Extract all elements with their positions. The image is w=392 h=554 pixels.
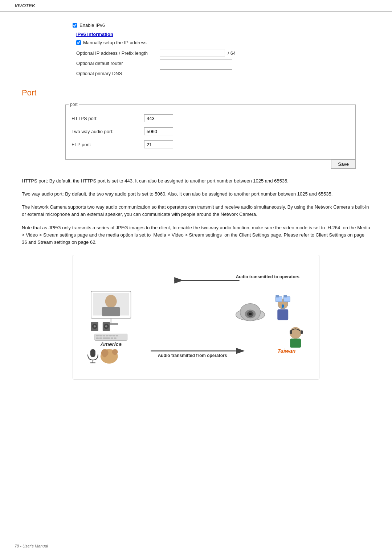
svg-rect-20 [116,335,118,336]
desc-network-text: The Network Camera supports two way audi… [22,204,369,217]
manual-setup-checkbox[interactable] [76,40,81,45]
svg-rect-41 [283,297,290,302]
svg-rect-15 [99,335,102,336]
diagram-wrapper: America Audio transmitted to operators [73,255,319,379]
dns-label: Optional primary DNS [76,71,160,76]
svg-rect-17 [106,335,109,336]
svg-rect-44 [290,338,301,348]
field-row-prefix: Optional IP address / Prefix length / 64 [76,49,370,57]
svg-rect-13 [95,334,127,340]
svg-rect-42 [283,295,287,297]
desc-https: HTTPS port: By default, the HTTPS port i… [22,177,370,185]
svg-rect-50 [90,349,95,357]
svg-rect-18 [109,335,112,336]
port-legend: port [69,102,79,107]
router-input[interactable] [160,59,232,67]
brand-logo: VIVOTEK [15,3,35,8]
desc-twoway-text: : By default, the two way audio port is … [62,191,332,197]
footer-text: 78 - User's Manual [15,544,48,548]
ftp-port-label: FTP port: [72,142,144,147]
desc-jpeg-text: Note that as JPEG only transmits a serie… [22,225,370,245]
svg-rect-23 [103,337,110,339]
port-fields: HTTPS port: Two way audio port: FTP port… [66,108,355,148]
prefix-input[interactable] [160,49,225,57]
field-row-dns: Optional primary DNS [76,69,370,77]
svg-text:Audio transmitted to operators: Audio transmitted to operators [236,274,300,279]
svg-text:Taiwan: Taiwan [277,348,295,354]
svg-rect-46 [301,330,303,334]
port-row-ftp: FTP port: [72,140,350,148]
svg-rect-39 [275,297,282,302]
dns-input[interactable] [160,69,232,77]
svg-rect-14 [96,335,99,336]
manual-setup-label: Manually setup the IP address [83,40,147,45]
audio-port-input[interactable] [144,127,173,135]
svg-rect-22 [99,337,102,339]
enable-ipv6-row: Enable IPv6 [73,22,370,28]
svg-text:👤: 👤 [281,304,285,309]
svg-rect-21 [96,337,99,339]
desc-network: The Network Camera supports two way audi… [22,204,370,218]
desc-https-text: : By default, the HTTPS port is set to 4… [47,178,289,184]
svg-rect-37 [277,309,288,320]
main-content: Enable IPv6 IPv6 information Manually se… [0,12,392,403]
page-header: VIVOTEK [0,0,392,12]
audio-port-label: Two way audio port: [72,129,144,134]
port-fieldset: port HTTPS port: Two way audio port: FTP… [65,102,356,160]
desc-twoway: Two way audio port: By default, the two … [22,190,370,198]
audio-diagram: America Audio transmitted to operators [80,262,312,371]
ftp-port-input[interactable] [144,140,173,148]
enable-ipv6-label: Enable IPv6 [79,22,105,28]
twoway-port-link: Two way audio port [22,191,62,197]
svg-point-9 [94,325,96,327]
save-row: Save [65,160,356,169]
field-row-router: Optional default router [76,59,370,67]
manual-setup-row: Manually setup the IP address [76,40,370,45]
desc-jpeg: Note that as JPEG only transmits a serie… [22,224,370,246]
svg-point-3 [105,295,117,308]
svg-point-35 [249,313,252,315]
svg-text:America: America [100,341,122,347]
svg-rect-16 [103,335,105,336]
svg-text:Audio transmitted from operato: Audio transmitted from operators [158,353,227,358]
port-row-https: HTTPS port: [72,114,350,122]
ipv6-section: Enable IPv6 IPv6 information Manually se… [73,22,370,77]
prefix-label: Optional IP address / Prefix length [76,50,160,56]
save-button[interactable]: Save [331,160,356,169]
svg-rect-25 [114,337,117,339]
ipv6-fields: Optional IP address / Prefix length / 64… [76,49,370,77]
svg-rect-45 [290,330,292,334]
svg-rect-19 [113,335,115,336]
port-heading: Port [22,88,370,98]
port-row-audio: Two way audio port: [72,127,350,135]
page-footer: 78 - User's Manual [15,544,48,548]
svg-rect-4 [102,307,120,316]
ipv6-info-link[interactable]: IPv6 information [76,32,370,37]
https-port-input[interactable] [144,114,173,122]
svg-point-55 [103,352,107,357]
router-label: Optional default router [76,61,160,66]
svg-point-12 [105,325,107,327]
https-port-label: HTTPS port: [72,116,144,121]
svg-rect-24 [111,337,113,339]
svg-rect-40 [275,295,279,297]
prefix-suffix: / 64 [226,50,236,56]
enable-ipv6-checkbox[interactable] [73,23,77,28]
https-port-link: HTTPS port [22,178,47,184]
svg-point-56 [112,349,118,355]
